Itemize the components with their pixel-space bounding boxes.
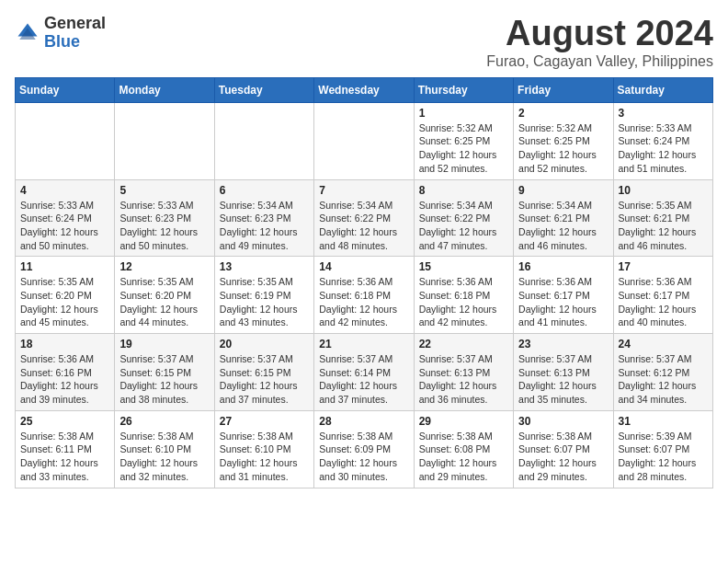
calendar-cell: 15Sunrise: 5:36 AM Sunset: 6:18 PM Dayli… xyxy=(414,257,513,334)
day-number: 12 xyxy=(119,260,209,273)
calendar-cell xyxy=(314,102,414,179)
day-info: Sunrise: 5:36 AM Sunset: 6:16 PM Dayligh… xyxy=(20,352,109,407)
calendar-cell: 23Sunrise: 5:37 AM Sunset: 6:13 PM Dayli… xyxy=(514,334,613,411)
day-info: Sunrise: 5:33 AM Sunset: 6:24 PM Dayligh… xyxy=(619,121,708,176)
calendar-cell: 30Sunrise: 5:38 AM Sunset: 6:07 PM Dayli… xyxy=(514,410,613,488)
calendar-location: Furao, Cagayan Valley, Philippines xyxy=(486,53,713,70)
calendar-cell: 24Sunrise: 5:37 AM Sunset: 6:12 PM Dayli… xyxy=(613,334,712,411)
day-number: 5 xyxy=(119,184,209,197)
calendar-cell: 31Sunrise: 5:39 AM Sunset: 6:07 PM Dayli… xyxy=(613,410,712,488)
day-number: 14 xyxy=(319,260,408,273)
calendar-cell: 13Sunrise: 5:35 AM Sunset: 6:19 PM Dayli… xyxy=(214,257,313,334)
calendar-cell: 14Sunrise: 5:36 AM Sunset: 6:18 PM Dayli… xyxy=(314,257,414,334)
calendar-cell xyxy=(115,102,214,179)
day-info: Sunrise: 5:35 AM Sunset: 6:19 PM Dayligh… xyxy=(220,275,309,329)
day-info: Sunrise: 5:33 AM Sunset: 6:24 PM Dayligh… xyxy=(20,199,109,253)
day-info: Sunrise: 5:35 AM Sunset: 6:20 PM Dayligh… xyxy=(20,275,109,329)
weekday-header-wednesday: Wednesday xyxy=(314,77,414,102)
day-info: Sunrise: 5:39 AM Sunset: 6:07 PM Dayligh… xyxy=(619,430,708,484)
day-info: Sunrise: 5:36 AM Sunset: 6:17 PM Dayligh… xyxy=(619,275,708,329)
calendar-cell: 19Sunrise: 5:37 AM Sunset: 6:15 PM Dayli… xyxy=(115,334,214,411)
calendar-cell: 22Sunrise: 5:37 AM Sunset: 6:13 PM Dayli… xyxy=(414,334,513,411)
weekday-header-thursday: Thursday xyxy=(414,77,513,102)
day-number: 28 xyxy=(319,415,408,428)
day-number: 22 xyxy=(419,338,508,350)
weekday-header-tuesday: Tuesday xyxy=(214,77,313,102)
day-number: 10 xyxy=(619,184,708,197)
logo: General Blue xyxy=(15,15,106,52)
day-info: Sunrise: 5:37 AM Sunset: 6:15 PM Dayligh… xyxy=(119,352,209,407)
day-number: 21 xyxy=(319,338,408,350)
calendar-cell: 26Sunrise: 5:38 AM Sunset: 6:10 PM Dayli… xyxy=(115,410,214,488)
calendar-cell xyxy=(16,102,115,179)
calendar-cell: 6Sunrise: 5:34 AM Sunset: 6:23 PM Daylig… xyxy=(214,179,313,257)
weekday-header-friday: Friday xyxy=(514,77,613,102)
calendar-cell: 17Sunrise: 5:36 AM Sunset: 6:17 PM Dayli… xyxy=(613,257,712,334)
day-info: Sunrise: 5:38 AM Sunset: 6:10 PM Dayligh… xyxy=(220,430,309,484)
day-number: 23 xyxy=(518,338,608,350)
day-number: 30 xyxy=(518,415,608,428)
day-info: Sunrise: 5:37 AM Sunset: 6:12 PM Dayligh… xyxy=(619,352,708,407)
weekday-header-saturday: Saturday xyxy=(613,77,712,102)
day-number: 26 xyxy=(119,415,209,428)
day-info: Sunrise: 5:34 AM Sunset: 6:22 PM Dayligh… xyxy=(419,199,508,253)
day-info: Sunrise: 5:35 AM Sunset: 6:21 PM Dayligh… xyxy=(619,199,708,253)
calendar-title: August 2024 xyxy=(486,15,713,53)
day-number: 19 xyxy=(119,338,209,350)
calendar-cell: 3Sunrise: 5:33 AM Sunset: 6:24 PM Daylig… xyxy=(613,102,712,179)
calendar-cell: 21Sunrise: 5:37 AM Sunset: 6:14 PM Dayli… xyxy=(314,334,414,411)
day-number: 2 xyxy=(518,107,608,120)
day-number: 24 xyxy=(619,338,708,350)
day-number: 16 xyxy=(518,260,608,273)
day-info: Sunrise: 5:36 AM Sunset: 6:18 PM Dayligh… xyxy=(419,275,508,329)
calendar-body: 1Sunrise: 5:32 AM Sunset: 6:25 PM Daylig… xyxy=(16,102,713,488)
logo-blue-text: Blue xyxy=(44,33,106,52)
weekday-header-monday: Monday xyxy=(115,77,214,102)
calendar-week-3: 11Sunrise: 5:35 AM Sunset: 6:20 PM Dayli… xyxy=(16,257,713,334)
calendar-cell: 5Sunrise: 5:33 AM Sunset: 6:23 PM Daylig… xyxy=(115,179,214,257)
day-info: Sunrise: 5:37 AM Sunset: 6:13 PM Dayligh… xyxy=(518,352,608,407)
calendar-cell: 4Sunrise: 5:33 AM Sunset: 6:24 PM Daylig… xyxy=(16,179,115,257)
weekday-row: SundayMondayTuesdayWednesdayThursdayFrid… xyxy=(16,77,713,102)
day-number: 6 xyxy=(220,184,309,197)
calendar-cell xyxy=(214,102,313,179)
calendar-cell: 9Sunrise: 5:34 AM Sunset: 6:21 PM Daylig… xyxy=(514,179,613,257)
weekday-header-sunday: Sunday xyxy=(16,77,115,102)
day-info: Sunrise: 5:33 AM Sunset: 6:23 PM Dayligh… xyxy=(119,199,209,253)
day-number: 29 xyxy=(419,415,508,428)
calendar-table: SundayMondayTuesdayWednesdayThursdayFrid… xyxy=(15,77,713,488)
day-number: 15 xyxy=(419,260,508,273)
day-number: 8 xyxy=(419,184,508,197)
day-info: Sunrise: 5:36 AM Sunset: 6:18 PM Dayligh… xyxy=(319,275,408,329)
day-number: 31 xyxy=(619,415,708,428)
day-number: 7 xyxy=(319,184,408,197)
day-number: 9 xyxy=(518,184,608,197)
day-number: 3 xyxy=(619,107,708,120)
calendar-cell: 11Sunrise: 5:35 AM Sunset: 6:20 PM Dayli… xyxy=(16,257,115,334)
calendar-week-5: 25Sunrise: 5:38 AM Sunset: 6:11 PM Dayli… xyxy=(16,410,713,488)
logo-general: General xyxy=(44,15,106,33)
day-number: 1 xyxy=(419,107,508,120)
calendar-cell: 7Sunrise: 5:34 AM Sunset: 6:22 PM Daylig… xyxy=(314,179,414,257)
day-info: Sunrise: 5:34 AM Sunset: 6:22 PM Dayligh… xyxy=(319,199,408,253)
page-header: General Blue August 2024 Furao, Cagayan … xyxy=(15,15,713,70)
day-info: Sunrise: 5:35 AM Sunset: 6:20 PM Dayligh… xyxy=(119,275,209,329)
calendar-cell: 8Sunrise: 5:34 AM Sunset: 6:22 PM Daylig… xyxy=(414,179,513,257)
calendar-cell: 18Sunrise: 5:36 AM Sunset: 6:16 PM Dayli… xyxy=(16,334,115,411)
day-info: Sunrise: 5:37 AM Sunset: 6:13 PM Dayligh… xyxy=(419,352,508,407)
day-info: Sunrise: 5:38 AM Sunset: 6:07 PM Dayligh… xyxy=(518,430,608,484)
day-info: Sunrise: 5:37 AM Sunset: 6:14 PM Dayligh… xyxy=(319,352,408,407)
calendar-cell: 28Sunrise: 5:38 AM Sunset: 6:09 PM Dayli… xyxy=(314,410,414,488)
calendar-header: SundayMondayTuesdayWednesdayThursdayFrid… xyxy=(16,77,713,102)
day-number: 13 xyxy=(220,260,309,273)
day-info: Sunrise: 5:34 AM Sunset: 6:21 PM Dayligh… xyxy=(518,199,608,253)
day-info: Sunrise: 5:32 AM Sunset: 6:25 PM Dayligh… xyxy=(419,121,508,176)
logo-icon xyxy=(15,20,40,46)
calendar-cell: 2Sunrise: 5:32 AM Sunset: 6:25 PM Daylig… xyxy=(514,102,613,179)
calendar-week-4: 18Sunrise: 5:36 AM Sunset: 6:16 PM Dayli… xyxy=(16,334,713,411)
calendar-cell: 1Sunrise: 5:32 AM Sunset: 6:25 PM Daylig… xyxy=(414,102,513,179)
title-block: August 2024 Furao, Cagayan Valley, Phili… xyxy=(486,15,713,70)
calendar-cell: 10Sunrise: 5:35 AM Sunset: 6:21 PM Dayli… xyxy=(613,179,712,257)
day-number: 11 xyxy=(20,260,109,273)
day-number: 17 xyxy=(619,260,708,273)
